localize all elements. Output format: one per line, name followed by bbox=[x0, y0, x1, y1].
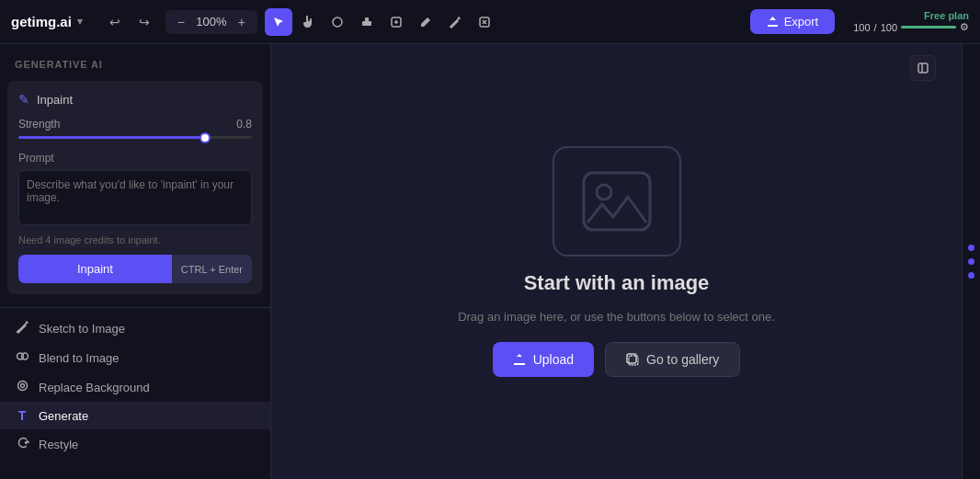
inpaint-header: ✎ Inpaint bbox=[18, 92, 252, 107]
dot-3 bbox=[968, 272, 974, 279]
canvas-content: Start with an image Drag an image here, … bbox=[458, 146, 775, 377]
canvas-area: Start with an image Drag an image here, … bbox=[271, 44, 962, 479]
canvas-buttons: Upload Go to gallery bbox=[493, 342, 741, 377]
dot-2 bbox=[968, 258, 974, 265]
restyle-label: Restyle bbox=[39, 438, 78, 451]
credits-icon: ⚙ bbox=[960, 21, 969, 33]
paint-tool-button[interactable] bbox=[441, 8, 469, 36]
generate-icon: T bbox=[15, 408, 29, 423]
blend-to-image-label: Blend to Image bbox=[39, 351, 119, 365]
canvas-title: Start with an image bbox=[524, 271, 710, 295]
svg-rect-9 bbox=[584, 173, 650, 230]
redo-button[interactable]: ↪ bbox=[131, 8, 158, 36]
dot-1 bbox=[968, 245, 974, 251]
export-label: Export bbox=[784, 15, 819, 29]
main-area: Generative AI ✎ Inpaint Strength 0.8 Pro… bbox=[0, 44, 980, 479]
plan-info: Free plan 100 / 100 ⚙ bbox=[853, 10, 969, 33]
hand-tool-button[interactable] bbox=[294, 8, 322, 36]
blend-icon bbox=[15, 349, 29, 366]
inpaint-label: Inpaint bbox=[37, 93, 73, 107]
toolbar-history: ↩ ↪ bbox=[101, 8, 158, 36]
brand-chevron: ▾ bbox=[77, 16, 83, 28]
upload-button[interactable]: Upload bbox=[493, 342, 594, 377]
prompt-label: Prompt bbox=[18, 152, 252, 165]
lasso-tool-button[interactable] bbox=[324, 8, 351, 36]
brand-name: getimg.ai bbox=[11, 14, 72, 29]
strength-slider[interactable] bbox=[18, 136, 252, 139]
strength-value: 0.8 bbox=[236, 118, 252, 131]
select-tool-button[interactable] bbox=[265, 8, 292, 36]
credits-used: 100 bbox=[853, 22, 870, 33]
sidebar-item-replace-background[interactable]: Replace Background bbox=[0, 372, 270, 402]
svg-point-10 bbox=[597, 185, 611, 200]
right-panel-dots bbox=[962, 44, 980, 479]
slider-track bbox=[18, 136, 252, 139]
undo-button[interactable]: ↩ bbox=[101, 8, 129, 36]
inpaint-panel: ✎ Inpaint Strength 0.8 Prompt Need 4 ima… bbox=[7, 81, 263, 294]
credits-total: 100 bbox=[881, 22, 897, 33]
inpaint-submit-button[interactable]: Inpaint bbox=[18, 255, 172, 283]
toolbar-tools bbox=[265, 8, 498, 36]
sidebar-section-title: Generative AI bbox=[0, 55, 270, 77]
credits-note: Need 4 image credits to inpaint. bbox=[18, 234, 252, 245]
canvas-placeholder-icon bbox=[553, 146, 681, 257]
sidebar-item-sketch-to-image[interactable]: Sketch to Image bbox=[0, 314, 270, 343]
svg-rect-2 bbox=[365, 17, 369, 22]
pen-tool-button[interactable] bbox=[412, 8, 439, 36]
strength-label: Strength bbox=[18, 118, 60, 131]
replace-bg-icon bbox=[15, 379, 29, 395]
svg-rect-13 bbox=[918, 63, 928, 73]
svg-point-8 bbox=[20, 384, 24, 388]
sidebar: Generative AI ✎ Inpaint Strength 0.8 Pro… bbox=[0, 44, 271, 479]
zoom-in-button[interactable]: + bbox=[232, 12, 252, 32]
svg-point-0 bbox=[333, 17, 342, 27]
erase-tool-button[interactable] bbox=[353, 8, 381, 36]
add-tool-button[interactable] bbox=[382, 8, 410, 36]
slider-thumb bbox=[199, 132, 211, 143]
credits-fill bbox=[901, 26, 956, 29]
sidebar-item-generate[interactable]: T Generate bbox=[0, 402, 270, 429]
zoom-out-button[interactable]: − bbox=[171, 12, 191, 32]
divider bbox=[0, 307, 270, 308]
sidebar-item-blend-to-image[interactable]: Blend to Image bbox=[0, 343, 270, 372]
brand-logo[interactable]: getimg.ai ▾ bbox=[11, 14, 83, 29]
inpaint-btn-row: Inpaint CTRL + Enter bbox=[18, 255, 252, 283]
gallery-label: Go to gallery bbox=[646, 352, 719, 367]
prompt-textarea[interactable] bbox=[18, 170, 252, 225]
replace-background-label: Replace Background bbox=[39, 381, 150, 394]
navbar: getimg.ai ▾ ↩ ↪ − 100% + bbox=[0, 0, 980, 44]
collapse-panel-button[interactable] bbox=[910, 55, 936, 81]
sketch-icon bbox=[15, 320, 29, 336]
go-to-gallery-button[interactable]: Go to gallery bbox=[605, 342, 740, 377]
tools-list: Sketch to Image Blend to Image Replace B… bbox=[0, 314, 270, 459]
clear-tool-button[interactable] bbox=[471, 8, 498, 36]
zoom-level: 100% bbox=[195, 15, 228, 29]
inpaint-icon: ✎ bbox=[18, 92, 29, 107]
sidebar-item-restyle[interactable]: Restyle bbox=[0, 429, 270, 459]
svg-point-6 bbox=[21, 353, 28, 359]
export-button[interactable]: Export bbox=[750, 9, 836, 34]
credits-bar bbox=[901, 26, 956, 29]
inpaint-shortcut-button[interactable]: CTRL + Enter bbox=[172, 255, 252, 283]
plan-credits: 100 / 100 ⚙ bbox=[853, 21, 969, 33]
strength-row: Strength 0.8 bbox=[18, 118, 252, 131]
svg-point-7 bbox=[17, 382, 27, 391]
upload-label: Upload bbox=[533, 352, 574, 367]
sketch-to-image-label: Sketch to Image bbox=[39, 322, 125, 336]
slider-fill bbox=[18, 136, 205, 139]
zoom-control: − 100% + bbox=[165, 10, 257, 34]
canvas-subtitle: Drag an image here, or use the buttons b… bbox=[458, 310, 775, 324]
plan-label: Free plan bbox=[924, 10, 969, 21]
restyle-icon bbox=[15, 436, 29, 452]
generate-label: Generate bbox=[39, 409, 88, 423]
